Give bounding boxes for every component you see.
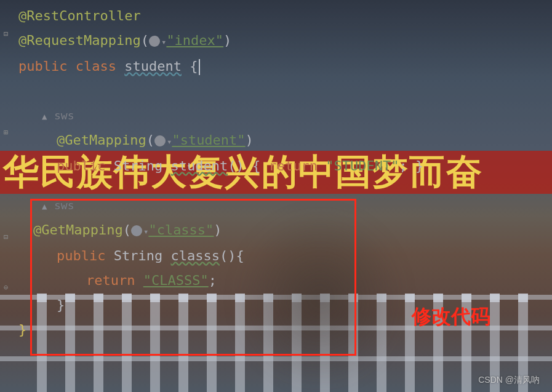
- code-line: public String classs(){: [18, 244, 552, 268]
- mapping-value[interactable]: "index": [166, 33, 223, 48]
- keyword-class: class: [76, 58, 116, 74]
- text-caret: [199, 59, 200, 75]
- watermark: CSDN @清风吶: [478, 375, 540, 386]
- annotation-getmapping: @GetMapping: [57, 132, 146, 148]
- mapping-value[interactable]: "student": [172, 132, 245, 148]
- code-line: @RequestMapping(▾"index"): [18, 28, 552, 54]
- code-line: [18, 79, 552, 103]
- globe-icon[interactable]: [131, 225, 142, 236]
- keyword-public: public: [18, 58, 67, 74]
- code-line: public class student {: [18, 54, 552, 79]
- user-icon: ▲: [42, 194, 50, 202]
- annotation-getmapping: @GetMapping: [33, 222, 123, 238]
- string-literal: "STUDENT": [326, 158, 399, 174]
- user-icon: ▲: [42, 104, 50, 113]
- globe-icon[interactable]: [149, 36, 160, 47]
- method-name: classs: [170, 248, 219, 263]
- annotation-restcontroller: @RestController: [18, 8, 141, 23]
- author-name: sws: [54, 109, 74, 122]
- code-editor[interactable]: @RestController @RequestMapping(▾"index"…: [0, 0, 552, 342]
- string-literal: "CLASSS": [143, 273, 209, 288]
- author-hint: ▲sws: [18, 103, 552, 128]
- code-line: @RestController: [18, 4, 552, 28]
- keyword-public: public: [57, 248, 105, 263]
- type-string: String: [114, 248, 162, 263]
- code-line: public String student() { return "STUDEN…: [18, 154, 552, 178]
- keyword-return: return: [268, 158, 317, 174]
- method-name: student: [170, 158, 228, 174]
- highlight-label: 修改代码: [412, 303, 490, 330]
- code-line: @GetMapping(▾"classs"): [18, 218, 552, 244]
- class-name: student: [124, 58, 182, 74]
- type-string: String: [114, 158, 162, 174]
- annotation-requestmapping: @RequestMapping: [18, 33, 141, 48]
- author-name: sws: [54, 199, 74, 212]
- author-hint: ▲sws: [18, 193, 552, 218]
- mapping-value[interactable]: "classs": [148, 222, 214, 238]
- keyword-public: public: [57, 158, 105, 174]
- code-line: @GetMapping(▾"student"): [18, 128, 552, 154]
- code-line: return "CLASSS";: [18, 268, 552, 293]
- keyword-return: return: [86, 273, 135, 288]
- globe-icon[interactable]: [154, 135, 166, 146]
